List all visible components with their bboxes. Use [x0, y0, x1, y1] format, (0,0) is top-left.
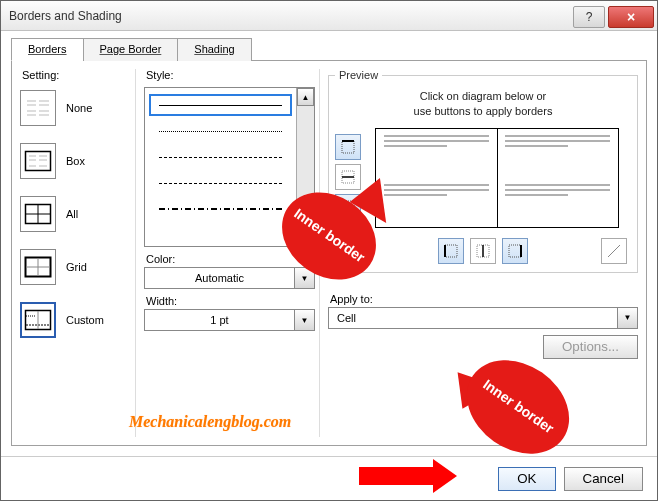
close-icon: ×	[627, 9, 635, 25]
edge-vmid-button[interactable]	[470, 238, 496, 264]
edge-diag-down-button[interactable]	[339, 238, 365, 264]
dialog-footer: OK Cancel	[1, 456, 657, 500]
svg-rect-29	[342, 201, 354, 213]
svg-rect-32	[445, 245, 457, 257]
style-dash-dot[interactable]	[149, 198, 292, 220]
width-value: 1 pt	[145, 314, 294, 326]
setting-grid-icon	[20, 249, 56, 285]
style-dotted[interactable]	[149, 120, 292, 142]
color-value: Automatic	[145, 272, 294, 284]
preview-column: Preview Click on diagram below or use bu…	[328, 69, 638, 437]
setting-box[interactable]: Box	[20, 143, 131, 179]
chevron-down-icon[interactable]: ▼	[294, 268, 314, 288]
scroll-down-icon[interactable]: ▼	[297, 228, 314, 246]
preview-diagram[interactable]	[375, 128, 619, 228]
svg-line-31	[346, 245, 358, 257]
help-icon: ?	[586, 10, 593, 24]
setting-custom[interactable]: Custom	[20, 302, 131, 338]
options-button: Options...	[543, 335, 638, 359]
tab-borders[interactable]: Borders	[11, 38, 84, 61]
setting-none-icon	[20, 90, 56, 126]
ok-button[interactable]: OK	[498, 467, 555, 491]
style-dash-thin[interactable]	[149, 146, 292, 168]
preview-legend: Preview	[335, 69, 382, 81]
setting-all[interactable]: All	[20, 196, 131, 232]
help-button[interactable]: ?	[573, 6, 605, 28]
dialog-borders-shading: Borders and Shading ? × Borders Page Bor…	[0, 0, 658, 501]
cancel-button[interactable]: Cancel	[564, 467, 644, 491]
applyto-heading: Apply to:	[330, 293, 638, 305]
style-scrollbar[interactable]: ▲ ▼	[296, 88, 314, 246]
svg-line-38	[608, 245, 620, 257]
setting-all-label: All	[66, 208, 78, 220]
setting-none[interactable]: None	[20, 90, 131, 126]
setting-box-icon	[20, 143, 56, 179]
edge-bottom-button[interactable]	[335, 194, 361, 220]
scroll-up-icon[interactable]: ▲	[297, 88, 314, 106]
width-heading: Width:	[146, 295, 315, 307]
svg-rect-36	[509, 245, 521, 257]
chevron-down-icon[interactable]: ▼	[294, 310, 314, 330]
chevron-down-icon[interactable]: ▼	[617, 308, 637, 328]
style-column: Style: ▲ ▼ Color:	[144, 69, 320, 437]
setting-all-icon	[20, 196, 56, 232]
dialog-title: Borders and Shading	[9, 9, 122, 23]
style-heading: Style:	[146, 69, 315, 81]
preview-hint: Click on diagram below or use buttons to…	[335, 89, 631, 120]
edge-top-button[interactable]	[335, 134, 361, 160]
style-listbox[interactable]: ▲ ▼	[144, 87, 315, 247]
svg-rect-25	[342, 141, 354, 153]
title-bar: Borders and Shading ? ×	[1, 1, 657, 31]
tab-shading[interactable]: Shading	[177, 38, 251, 61]
setting-grid[interactable]: Grid	[20, 249, 131, 285]
width-combo[interactable]: 1 pt ▼	[144, 309, 315, 331]
style-solid[interactable]	[149, 94, 292, 116]
setting-column: Setting: None Box	[20, 69, 136, 437]
setting-grid-label: Grid	[66, 261, 87, 273]
edge-hmid-button[interactable]	[335, 164, 361, 190]
color-combo[interactable]: Automatic ▼	[144, 267, 315, 289]
applyto-value: Cell	[329, 312, 617, 324]
tab-strip: Borders Page Border Shading	[11, 37, 647, 61]
svg-rect-8	[26, 152, 51, 171]
edge-right-button[interactable]	[502, 238, 528, 264]
setting-none-label: None	[66, 102, 92, 114]
setting-custom-icon	[20, 302, 56, 338]
color-heading: Color:	[146, 253, 315, 265]
applyto-combo[interactable]: Cell ▼	[328, 307, 638, 329]
edge-left-button[interactable]	[438, 238, 464, 264]
setting-box-label: Box	[66, 155, 85, 167]
style-dashed[interactable]	[149, 172, 292, 194]
setting-custom-label: Custom	[66, 314, 104, 326]
close-button[interactable]: ×	[608, 6, 654, 28]
preview-group: Preview Click on diagram below or use bu…	[328, 69, 638, 273]
edge-diag-up-button[interactable]	[601, 238, 627, 264]
tab-page-border[interactable]: Page Border	[83, 38, 179, 61]
setting-heading: Setting:	[22, 69, 131, 81]
